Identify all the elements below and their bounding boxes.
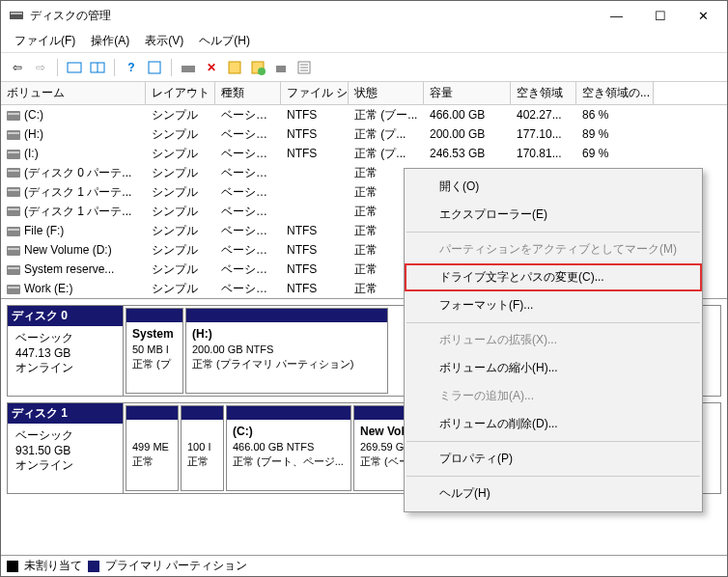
disk-info[interactable]: ディスク 1ベーシック931.50 GBオンライン	[8, 403, 124, 493]
menu-view[interactable]: 表示(V)	[137, 31, 191, 51]
partition[interactable]: 100 I正常	[181, 405, 224, 491]
svg-rect-6	[182, 66, 195, 72]
ctx-delete[interactable]: ボリュームの削除(D)...	[405, 410, 702, 438]
help-icon[interactable]: ?	[121, 57, 142, 78]
ctx-mark-active: パーティションをアクティブとしてマーク(M)	[405, 235, 702, 263]
toolbar-icon-4[interactable]	[178, 57, 199, 78]
menu-file[interactable]: ファイル(F)	[7, 31, 83, 51]
col-filesystem[interactable]: ファイル シ...	[281, 82, 349, 104]
ctx-shrink[interactable]: ボリュームの縮小(H)...	[405, 354, 702, 382]
partition[interactable]: 499 ME正常	[126, 405, 179, 491]
toolbar: ⇦ ⇨ ? ✕	[1, 53, 727, 82]
maximize-button[interactable]: ☐	[638, 1, 682, 30]
forward-button[interactable]: ⇨	[30, 57, 51, 78]
ctx-mirror: ミラーの追加(A)...	[405, 382, 702, 410]
menubar: ファイル(F) 操作(A) 表示(V) ヘルプ(H)	[1, 30, 727, 53]
col-layout[interactable]: レイアウト	[146, 82, 215, 104]
col-type[interactable]: 種類	[215, 82, 281, 104]
delete-icon[interactable]: ✕	[201, 57, 222, 78]
partition[interactable]: System50 MB I正常 (プ	[126, 308, 183, 394]
context-menu: 開く(O) エクスプローラー(E) パーティションをアクティブとしてマーク(M)…	[404, 168, 703, 512]
legend-primary-label: プライマリ パーティション	[105, 558, 247, 574]
partition[interactable]: (C:)466.00 GB NTFS正常 (ブート、ページ...	[226, 405, 351, 491]
toolbar-icon-6[interactable]	[247, 57, 268, 78]
ctx-change-drive-letter[interactable]: ドライブ文字とパスの変更(C)...	[405, 263, 702, 291]
svg-rect-10	[276, 66, 286, 72]
toolbar-icon-5[interactable]	[224, 57, 245, 78]
ctx-format[interactable]: フォーマット(F)...	[405, 291, 702, 319]
svg-point-9	[258, 68, 266, 75]
col-free[interactable]: 空き領域	[511, 82, 576, 104]
svg-rect-1	[11, 13, 22, 14]
col-volume[interactable]: ボリューム	[1, 82, 146, 104]
back-button[interactable]: ⇦	[7, 57, 28, 78]
svg-rect-5	[149, 62, 160, 73]
minimize-button[interactable]: ―	[595, 1, 638, 30]
ctx-explorer[interactable]: エクスプローラー(E)	[405, 201, 702, 229]
legend-unallocated-label: 未割り当て	[24, 558, 82, 574]
column-headers: ボリューム レイアウト 種類 ファイル シ... 状態 容量 空き領域 空き領域…	[1, 82, 727, 105]
col-capacity[interactable]: 容量	[424, 82, 511, 104]
volume-row[interactable]: (C:)シンプルベーシックNTFS正常 (ブー...466.00 GB402.2…	[1, 105, 727, 124]
titlebar: ディスクの管理 ― ☐ ✕	[1, 1, 727, 30]
col-status[interactable]: 状態	[349, 82, 424, 104]
legend-primary-icon	[88, 561, 99, 572]
svg-rect-7	[229, 62, 240, 73]
legend: 未割り当て プライマリ パーティション	[1, 555, 727, 576]
menu-action[interactable]: 操作(A)	[83, 31, 137, 51]
volume-row[interactable]: (H:)シンプルベーシックNTFS正常 (プ...200.00 GB177.10…	[1, 124, 727, 144]
legend-unallocated-icon	[7, 561, 18, 572]
app-icon	[9, 8, 24, 23]
ctx-properties[interactable]: プロパティ(P)	[405, 445, 702, 473]
menu-help[interactable]: ヘルプ(H)	[191, 31, 258, 51]
partition[interactable]: (H:)200.00 GB NTFS正常 (プライマリ パーティション)	[185, 308, 388, 394]
ctx-help[interactable]: ヘルプ(H)	[405, 480, 702, 508]
properties-icon[interactable]	[294, 57, 315, 78]
ctx-open[interactable]: 開く(O)	[405, 173, 702, 201]
col-freepct[interactable]: 空き領域の...	[576, 82, 654, 104]
toolbar-icon-1[interactable]	[64, 57, 85, 78]
svg-rect-2	[68, 63, 81, 72]
close-button[interactable]: ✕	[682, 1, 725, 30]
toolbar-icon-7[interactable]	[270, 57, 292, 78]
window-title: ディスクの管理	[30, 8, 595, 24]
volume-row[interactable]: (I:)シンプルベーシックNTFS正常 (プ...246.53 GB170.81…	[1, 144, 727, 163]
toolbar-icon-3[interactable]	[144, 57, 165, 78]
toolbar-icon-2[interactable]	[87, 57, 108, 78]
disk-info[interactable]: ディスク 0ベーシック447.13 GBオンライン	[8, 306, 124, 396]
ctx-extend: ボリュームの拡張(X)...	[405, 326, 702, 354]
